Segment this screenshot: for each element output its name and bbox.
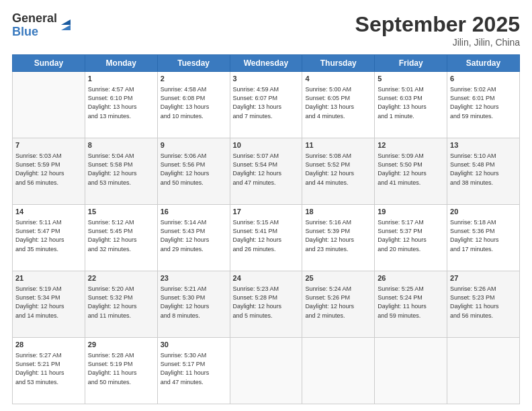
cell-content: Sunrise: 5:11 AM Sunset: 5:47 PM Dayligh… (15, 218, 82, 253)
header: General Blue September 2025 Jilin, Jilin… (12, 12, 520, 48)
day-number: 29 (88, 340, 154, 350)
table-row: 7Sunrise: 5:03 AM Sunset: 5:59 PM Daylig… (13, 138, 85, 205)
table-row: 17Sunrise: 5:15 AM Sunset: 5:41 PM Dayli… (230, 205, 302, 271)
table-row: 13Sunrise: 5:10 AM Sunset: 5:48 PM Dayli… (447, 138, 520, 205)
cell-content: Sunrise: 5:03 AM Sunset: 5:59 PM Dayligh… (15, 152, 82, 187)
table-row: 1Sunrise: 4:57 AM Sunset: 6:10 PM Daylig… (85, 72, 157, 138)
cell-content: Sunrise: 5:18 AM Sunset: 5:36 PM Dayligh… (450, 218, 517, 253)
table-row: 28Sunrise: 5:27 AM Sunset: 5:21 PM Dayli… (13, 338, 85, 404)
table-row: 26Sunrise: 5:25 AM Sunset: 5:24 PM Dayli… (375, 271, 447, 338)
table-row: 24Sunrise: 5:23 AM Sunset: 5:28 PM Dayli… (230, 271, 302, 338)
cell-content: Sunrise: 5:19 AM Sunset: 5:34 PM Dayligh… (15, 285, 82, 320)
col-monday: Monday (85, 55, 157, 72)
cell-content: Sunrise: 5:02 AM Sunset: 6:01 PM Dayligh… (450, 85, 517, 120)
calendar-week-row: 28Sunrise: 5:27 AM Sunset: 5:21 PM Dayli… (13, 338, 520, 404)
cell-content: Sunrise: 5:15 AM Sunset: 5:41 PM Dayligh… (233, 218, 300, 253)
table-row: 4Sunrise: 5:00 AM Sunset: 6:05 PM Daylig… (302, 72, 375, 138)
day-number: 4 (305, 74, 371, 84)
cell-content: Sunrise: 5:28 AM Sunset: 5:19 PM Dayligh… (88, 351, 154, 386)
calendar-table: Sunday Monday Tuesday Wednesday Thursday… (12, 54, 520, 404)
table-row: 5Sunrise: 5:01 AM Sunset: 6:03 PM Daylig… (375, 72, 447, 138)
cell-content: Sunrise: 5:01 AM Sunset: 6:03 PM Dayligh… (378, 85, 444, 120)
cell-content: Sunrise: 5:23 AM Sunset: 5:28 PM Dayligh… (233, 285, 300, 320)
day-number: 12 (378, 140, 444, 150)
table-row (447, 338, 520, 404)
cell-content: Sunrise: 4:58 AM Sunset: 6:08 PM Dayligh… (161, 85, 227, 120)
day-number: 17 (233, 207, 300, 217)
svg-marker-0 (61, 25, 71, 30)
calendar-week-row: 14Sunrise: 5:11 AM Sunset: 5:47 PM Dayli… (13, 205, 520, 271)
day-number: 19 (378, 207, 444, 217)
table-row: 20Sunrise: 5:18 AM Sunset: 5:36 PM Dayli… (447, 205, 520, 271)
table-row: 23Sunrise: 5:21 AM Sunset: 5:30 PM Dayli… (157, 271, 230, 338)
cell-content: Sunrise: 5:25 AM Sunset: 5:24 PM Dayligh… (378, 285, 444, 320)
table-row: 18Sunrise: 5:16 AM Sunset: 5:39 PM Dayli… (302, 205, 375, 271)
table-row: 11Sunrise: 5:08 AM Sunset: 5:52 PM Dayli… (302, 138, 375, 205)
day-number: 10 (233, 140, 300, 150)
cell-content: Sunrise: 4:57 AM Sunset: 6:10 PM Dayligh… (88, 85, 154, 120)
table-row: 2Sunrise: 4:58 AM Sunset: 6:08 PM Daylig… (157, 72, 230, 138)
day-number: 7 (15, 140, 82, 150)
table-row: 30Sunrise: 5:30 AM Sunset: 5:17 PM Dayli… (157, 338, 230, 404)
day-number: 30 (161, 340, 227, 350)
table-row: 9Sunrise: 5:06 AM Sunset: 5:56 PM Daylig… (157, 138, 230, 205)
location: Jilin, Jilin, China (355, 37, 520, 48)
logo-general-text: General (12, 12, 57, 26)
cell-content: Sunrise: 5:06 AM Sunset: 5:56 PM Dayligh… (161, 152, 227, 187)
cell-content: Sunrise: 4:59 AM Sunset: 6:07 PM Dayligh… (233, 85, 300, 120)
calendar-week-row: 21Sunrise: 5:19 AM Sunset: 5:34 PM Dayli… (13, 271, 520, 338)
day-number: 18 (305, 207, 371, 217)
cell-content: Sunrise: 5:20 AM Sunset: 5:32 PM Dayligh… (88, 285, 154, 320)
cell-content: Sunrise: 5:04 AM Sunset: 5:58 PM Dayligh… (88, 152, 154, 187)
cell-content: Sunrise: 5:27 AM Sunset: 5:21 PM Dayligh… (15, 351, 82, 386)
day-number: 16 (161, 207, 227, 217)
col-tuesday: Tuesday (157, 55, 230, 72)
day-number: 21 (15, 273, 82, 283)
logo-text: General Blue (12, 12, 57, 39)
cell-content: Sunrise: 5:21 AM Sunset: 5:30 PM Dayligh… (161, 285, 227, 320)
table-row: 10Sunrise: 5:07 AM Sunset: 5:54 PM Dayli… (230, 138, 302, 205)
table-row: 14Sunrise: 5:11 AM Sunset: 5:47 PM Dayli… (13, 205, 85, 271)
table-row: 27Sunrise: 5:26 AM Sunset: 5:23 PM Dayli… (447, 271, 520, 338)
cell-content: Sunrise: 5:30 AM Sunset: 5:17 PM Dayligh… (161, 351, 227, 386)
cell-content: Sunrise: 5:14 AM Sunset: 5:43 PM Dayligh… (161, 218, 227, 253)
calendar-week-row: 7Sunrise: 5:03 AM Sunset: 5:59 PM Daylig… (13, 138, 520, 205)
col-thursday: Thursday (302, 55, 375, 72)
month-title: September 2025 (355, 12, 520, 37)
day-number: 2 (161, 74, 227, 84)
table-row (230, 338, 302, 404)
day-number: 22 (88, 273, 154, 283)
day-number: 13 (450, 140, 517, 150)
cell-content: Sunrise: 5:08 AM Sunset: 5:52 PM Dayligh… (305, 152, 371, 187)
day-number: 25 (305, 273, 371, 283)
day-number: 28 (15, 340, 82, 350)
cell-content: Sunrise: 5:10 AM Sunset: 5:48 PM Dayligh… (450, 152, 517, 187)
table-row: 16Sunrise: 5:14 AM Sunset: 5:43 PM Dayli… (157, 205, 230, 271)
table-row: 8Sunrise: 5:04 AM Sunset: 5:58 PM Daylig… (85, 138, 157, 205)
day-number: 23 (161, 273, 227, 283)
col-wednesday: Wednesday (230, 55, 302, 72)
cell-content: Sunrise: 5:12 AM Sunset: 5:45 PM Dayligh… (88, 218, 154, 253)
day-number: 24 (233, 273, 300, 283)
table-row: 15Sunrise: 5:12 AM Sunset: 5:45 PM Dayli… (85, 205, 157, 271)
cell-content: Sunrise: 5:26 AM Sunset: 5:23 PM Dayligh… (450, 285, 517, 320)
table-row: 19Sunrise: 5:17 AM Sunset: 5:37 PM Dayli… (375, 205, 447, 271)
day-number: 1 (88, 74, 154, 84)
table-row: 25Sunrise: 5:24 AM Sunset: 5:26 PM Dayli… (302, 271, 375, 338)
day-number: 20 (450, 207, 517, 217)
logo-blue-text: Blue (12, 26, 57, 39)
cell-content: Sunrise: 5:17 AM Sunset: 5:37 PM Dayligh… (378, 218, 444, 253)
logo: General Blue (12, 12, 73, 39)
logo-icon (58, 18, 73, 33)
calendar-week-row: 1Sunrise: 4:57 AM Sunset: 6:10 PM Daylig… (13, 72, 520, 138)
day-number: 3 (233, 74, 300, 84)
title-block: September 2025 Jilin, Jilin, China (355, 12, 520, 48)
day-number: 11 (305, 140, 371, 150)
page: General Blue September 2025 Jilin, Jilin… (0, 0, 532, 411)
calendar-header-row: Sunday Monday Tuesday Wednesday Thursday… (13, 55, 520, 72)
cell-content: Sunrise: 5:09 AM Sunset: 5:50 PM Dayligh… (378, 152, 444, 187)
cell-content: Sunrise: 5:00 AM Sunset: 6:05 PM Dayligh… (305, 85, 371, 120)
day-number: 6 (450, 74, 517, 84)
table-row: 12Sunrise: 5:09 AM Sunset: 5:50 PM Dayli… (375, 138, 447, 205)
col-friday: Friday (375, 55, 447, 72)
